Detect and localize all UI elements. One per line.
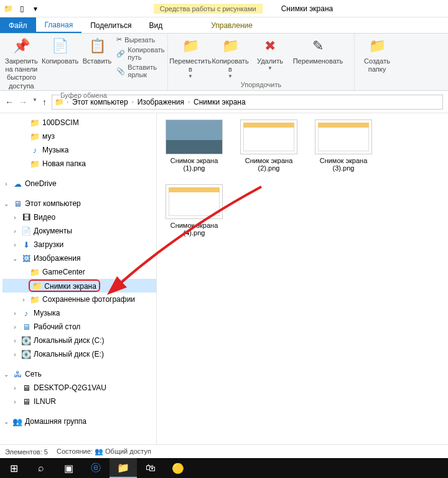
qat-folder-icon[interactable]: 📁 <box>2 3 14 14</box>
folder-icon: 📁 <box>30 118 40 128</box>
paste-shortcut-button[interactable]: 📎Вставить ярлык <box>115 63 166 79</box>
desktop-icon: 🖥 <box>21 322 31 332</box>
copyto-icon: 📁 <box>220 36 240 56</box>
tree-item-diske[interactable]: ›💽Локальный диск (E:) <box>2 347 156 361</box>
download-icon: ⬇ <box>21 240 31 250</box>
nav-tree[interactable]: 📁100DSCIM 📁муз ♪Музыка 📁Новая папка ›☁On… <box>0 113 157 448</box>
thumbnail-icon <box>315 120 372 154</box>
breadcrumb-pictures[interactable]: Изображения <box>136 98 185 106</box>
expand-icon[interactable]: › <box>11 214 19 221</box>
expand-icon[interactable]: › <box>11 324 19 330</box>
tree-item-muz[interactable]: 📁муз <box>2 129 156 143</box>
window-title: Снимки экрана <box>281 4 334 13</box>
nav-back-icon[interactable]: ← <box>5 97 14 107</box>
store-icon[interactable]: 🛍 <box>137 458 164 478</box>
tree-item-downloads[interactable]: ›⬇Загрузки <box>2 238 156 251</box>
folder-icon: 📁 <box>30 131 40 141</box>
taskbar: ⊞ ⌕ ▣ ⓔ 📁 🛍 🟡 <box>0 458 448 478</box>
expand-icon[interactable]: › <box>11 385 19 391</box>
move-to-button[interactable]: 📁 Переместить в▼ <box>172 35 209 81</box>
tree-item-desktop-pc[interactable]: ›🖥DESKTOP-Q2G1VAU <box>2 381 156 395</box>
tree-item-gamecenter[interactable]: 📁GameCenter <box>2 265 156 279</box>
expand-icon[interactable]: › <box>11 337 19 344</box>
search-icon[interactable]: ⌕ <box>27 458 55 478</box>
address-bar[interactable]: 📁 › Этот компьютер › Изображения › Снимк… <box>52 95 443 110</box>
tab-view[interactable]: Вид <box>140 17 171 33</box>
tree-item-music[interactable]: ♪Музыка <box>2 143 156 157</box>
addr-folder-icon: 📁 <box>55 98 64 106</box>
collapse-icon[interactable]: ⌄ <box>11 255 19 262</box>
file-item[interactable]: Снимок экрана (1).png <box>163 120 225 172</box>
ribbon-tabs: Файл Главная Поделиться Вид Управление <box>0 17 448 34</box>
breadcrumb-thispc[interactable]: Этот компьютер <box>71 98 129 106</box>
chevron-right-icon[interactable]: › <box>67 99 68 105</box>
rename-button[interactable]: ✎ Переименовать <box>291 35 345 67</box>
tree-item-pictures[interactable]: ⌄🖼Изображения <box>2 251 156 265</box>
expand-icon[interactable]: › <box>11 310 19 317</box>
tab-file[interactable]: Файл <box>0 17 36 33</box>
folder-icon: 📁 <box>30 267 40 277</box>
tree-item-desktop[interactable]: ›🖥Рабочий стол <box>2 320 156 334</box>
copy-path-button[interactable]: 🔗Копировать путь <box>115 45 166 62</box>
taskview-icon[interactable]: ▣ <box>55 458 82 478</box>
chevron-right-icon[interactable]: › <box>132 99 134 105</box>
file-item[interactable]: Снимок экрана (4).png <box>163 184 225 237</box>
tree-item-network[interactable]: ⌄🖧Сеть <box>2 367 156 381</box>
move-icon: 📁 <box>180 36 200 56</box>
chevron-right-icon[interactable]: › <box>188 99 190 105</box>
breadcrumb-screenshots[interactable]: Снимки экрана <box>192 98 247 106</box>
collapse-icon[interactable]: ⌄ <box>2 371 10 378</box>
file-item[interactable]: Снимок экрана (3).png <box>312 120 375 172</box>
cut-button[interactable]: ✂Вырезать <box>115 35 166 44</box>
copy-button[interactable]: 📄 Копировать <box>42 35 79 67</box>
share-icon: 👥 <box>95 448 103 455</box>
tree-item-savedphotos[interactable]: ›📁Сохраненные фотографии <box>2 293 156 306</box>
expand-icon[interactable]: › <box>20 296 27 303</box>
collapse-icon[interactable]: ⌄ <box>2 418 10 425</box>
paste-button[interactable]: 📋 Вставить <box>82 35 113 67</box>
delete-button[interactable]: ✖ Удалить▼ <box>251 35 289 73</box>
file-list[interactable]: Снимок экрана (1).png Снимок экрана (2).… <box>157 113 448 448</box>
qat-props-icon[interactable]: ▯ <box>16 3 27 14</box>
titlebar: 📁 ▯ ▾ Средства работы с рисунками Снимки… <box>0 0 448 17</box>
pin-button[interactable]: 📌 Закрепить на панели быстрого доступа <box>4 35 39 91</box>
thumbnail-icon <box>166 184 223 219</box>
navbar: ← → ▼ ↑ 📁 › Этот компьютер › Изображения… <box>0 91 448 113</box>
tree-item-ilnur[interactable]: ›🖥ILNUR <box>2 395 156 408</box>
new-folder-button[interactable]: 📁 Создать папку <box>358 35 396 75</box>
nav-history-icon[interactable]: ▼ <box>32 97 37 107</box>
qat-dropdown-icon[interactable]: ▾ <box>30 3 41 14</box>
chrome-icon[interactable]: 🟡 <box>164 458 192 478</box>
tree-item-100dscim[interactable]: 📁100DSCIM <box>2 116 156 129</box>
rename-icon: ✎ <box>308 36 328 56</box>
tree-item-thispc[interactable]: ⌄🖥Этот компьютер <box>2 197 156 210</box>
tree-item-documents[interactable]: ›📄Документы <box>2 224 156 238</box>
explorer-icon[interactable]: 📁 <box>110 458 137 478</box>
copy-to-button[interactable]: 📁 Копировать в▼ <box>212 35 249 81</box>
file-item[interactable]: Снимок экрана (2).png <box>238 120 300 172</box>
tree-item-homegroup[interactable]: ⌄👥Домашняя группа <box>2 415 156 428</box>
expand-icon[interactable]: › <box>11 398 19 405</box>
tab-home[interactable]: Главная <box>36 17 82 33</box>
start-button[interactable]: ⊞ <box>0 458 27 478</box>
tab-manage[interactable]: Управление <box>202 17 261 33</box>
tree-item-newfolder[interactable]: 📁Новая папка <box>2 157 156 171</box>
tab-share[interactable]: Поделиться <box>82 17 140 33</box>
tree-item-screenshots[interactable]: 📁 Снимки экрана <box>2 279 156 293</box>
edge-icon[interactable]: ⓔ <box>82 458 110 478</box>
cut-icon: ✂ <box>116 35 122 44</box>
expand-icon[interactable]: › <box>11 241 19 248</box>
nav-up-icon[interactable]: ↑ <box>42 97 47 107</box>
monitor-icon: 🖥 <box>12 199 22 209</box>
tree-item-diskc[interactable]: ›💽Локальный диск (C:) <box>2 334 156 347</box>
new-folder-icon: 📁 <box>367 36 387 56</box>
collapse-icon[interactable]: ⌄ <box>2 200 10 207</box>
tree-item-video[interactable]: ›🎞Видео <box>2 210 156 224</box>
status-state-label: Состояние: <box>57 448 93 455</box>
tree-item-onedrive[interactable]: ›☁OneDrive <box>2 177 156 190</box>
expand-icon[interactable]: › <box>11 228 19 235</box>
tree-item-music2[interactable]: ›♪Музыка <box>2 306 156 320</box>
expand-icon[interactable]: › <box>2 180 10 187</box>
nav-forward-icon[interactable]: → <box>19 97 27 107</box>
expand-icon[interactable]: › <box>11 351 19 358</box>
